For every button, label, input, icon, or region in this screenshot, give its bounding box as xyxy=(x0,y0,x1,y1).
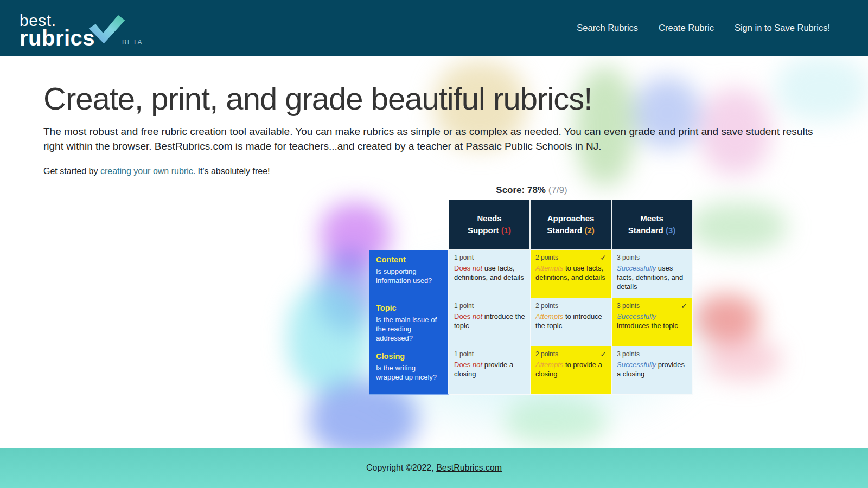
rubric-row-header: ClosingIs the writing wrapped up nicely? xyxy=(369,346,449,395)
cell-points-label: 3 points xyxy=(617,254,640,261)
column-points-number: (2) xyxy=(584,226,594,235)
rubric-cell[interactable]: 3 pointsSuccessfully provides a closing xyxy=(612,346,693,395)
row-question: Is the main issue of the reading address… xyxy=(376,315,442,343)
footer-site-link[interactable]: BestRubrics.com xyxy=(436,463,502,472)
cell-description: Does not provide a closing xyxy=(454,360,525,378)
nav-link-search-rubrics[interactable]: Search Rubrics xyxy=(577,23,638,33)
logo-line2: rubrics xyxy=(20,28,95,48)
column-header: NeedsSupport (1) xyxy=(449,200,531,250)
nav-link-sign-in[interactable]: Sign in to Save Rubrics! xyxy=(735,23,830,33)
cell-description: Successfully provides a closing xyxy=(617,360,687,378)
nav-link-create-rubric[interactable]: Create Rubric xyxy=(659,23,714,33)
selected-check-icon: ✓ xyxy=(600,254,607,261)
cell-description: Attempts to provide a closing xyxy=(535,360,607,378)
site-logo[interactable]: best. rubrics BETA xyxy=(20,8,143,48)
cta-line: Get started by creating your own rubric.… xyxy=(43,166,825,176)
score-line: Score: 78% (7/9) xyxy=(369,185,694,196)
score-fraction: (7/9) xyxy=(548,185,567,195)
hero-description: The most robust and free rubric creation… xyxy=(43,124,825,153)
cell-description: Does not use facts, definitions, and det… xyxy=(454,264,525,282)
rubric-demo: Score: 78% (7/9) NeedsSupport (1)Approac… xyxy=(369,185,694,395)
rubric-row-header: ContentIs supporting information used? xyxy=(369,250,449,298)
cell-description: Successfully introduces the topic xyxy=(617,312,687,330)
selected-check-icon: ✓ xyxy=(681,302,687,310)
cell-description: Attempts to use facts, definitions, and … xyxy=(535,264,607,282)
rubric-cell[interactable]: 3 points✓Successfully introduces the top… xyxy=(612,298,693,346)
cell-points-label: 1 point xyxy=(454,302,474,310)
cell-description: Attempts to introduce the topic xyxy=(535,312,607,330)
row-title: Closing xyxy=(376,352,442,361)
page-title: Create, print, and grade beautiful rubri… xyxy=(43,80,825,117)
rubric-cell[interactable]: 2 points✓Attempts to provide a closing xyxy=(531,346,612,395)
rubric-cell[interactable]: 1 pointDoes not introduce the topic xyxy=(449,298,531,346)
rubric-cell[interactable]: 1 pointDoes not use facts, definitions, … xyxy=(449,250,531,298)
row-title: Topic xyxy=(376,304,442,312)
row-question: Is supporting information used? xyxy=(376,267,442,285)
rubric-cell[interactable]: 3 pointsSuccessfully uses facts, definit… xyxy=(612,250,693,298)
nav-links: Search Rubrics Create Rubric Sign in to … xyxy=(577,23,830,33)
score-value: 78% xyxy=(527,185,546,195)
cta-prefix: Get started by xyxy=(43,166,100,176)
hero-section: Create, print, and grade beautiful rubri… xyxy=(0,56,868,448)
rubric-cell[interactable]: 2 points✓Attempts to use facts, definiti… xyxy=(531,250,612,298)
score-label: Score: xyxy=(496,185,525,195)
logo-text: best. rubrics xyxy=(20,13,95,48)
cell-description: Successfully uses facts, definitions, an… xyxy=(617,264,687,291)
cell-points-label: 3 points xyxy=(617,350,640,358)
rubric-row-header: TopicIs the main issue of the reading ad… xyxy=(369,298,449,346)
row-title: Content xyxy=(376,255,442,264)
selected-check-icon: ✓ xyxy=(600,350,607,358)
cell-points-label: 2 points xyxy=(535,302,558,310)
cell-points-label: 1 point xyxy=(454,254,474,261)
cell-points-label: 2 points xyxy=(535,254,558,261)
copyright-text: Copyright ©2022, BestRubrics.com xyxy=(366,463,502,473)
cell-points-label: 3 points xyxy=(617,302,640,310)
column-points-number: (3) xyxy=(666,226,675,235)
cell-points-label: 2 points xyxy=(535,350,558,358)
cell-points-label: 1 point xyxy=(454,350,474,358)
rubric-cell[interactable]: 2 pointsAttempts to introduce the topic xyxy=(531,298,612,346)
navbar: best. rubrics BETA Search Rubrics Create… xyxy=(0,0,868,56)
column-header: MeetsStandard (3) xyxy=(612,200,693,250)
cell-description: Does not introduce the topic xyxy=(454,312,525,330)
create-rubric-link[interactable]: creating your own rubric xyxy=(100,166,193,176)
footer: Copyright ©2022, BestRubrics.com xyxy=(0,448,868,488)
checkmark-logo-icon xyxy=(87,8,126,53)
row-question: Is the writing wrapped up nicely? xyxy=(376,363,442,382)
rubric-cell[interactable]: 1 pointDoes not provide a closing xyxy=(449,346,531,395)
column-points-number: (1) xyxy=(501,226,511,235)
cta-suffix: . It's absolutely free! xyxy=(193,166,270,176)
rubric-grid: NeedsSupport (1)ApproachesStandard (2)Me… xyxy=(369,200,694,395)
rubric-corner-spacer xyxy=(369,200,449,250)
column-header: ApproachesStandard (2) xyxy=(531,200,612,250)
